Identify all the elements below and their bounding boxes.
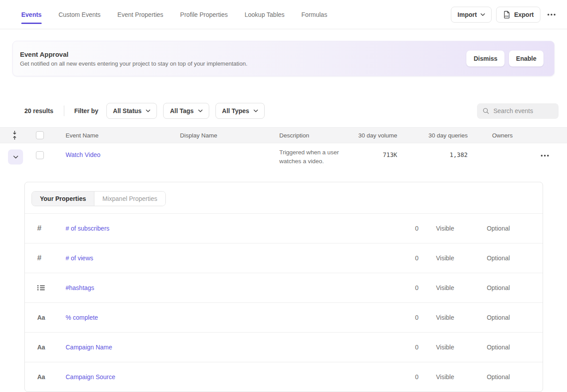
property-name-link[interactable]: # of views [66,255,383,262]
property-requirement: Optional [472,255,525,262]
property-queries: 0 [383,344,418,351]
event-name-link[interactable]: Watch Video [58,143,172,158]
column-header-owners[interactable]: Owners [470,132,532,139]
table-header: Event Name Display Name Description 30 d… [0,127,567,143]
column-header-30-day-queries[interactable]: 30 day queries [408,132,470,139]
properties-panel: Your Properties Mixpanel Properties # # … [24,182,543,392]
search-icon [482,107,489,114]
property-visibility: Visible [418,284,472,291]
export-button[interactable]: csv Export [496,7,540,23]
status-filter-dropdown[interactable]: All Status [106,103,157,119]
tab-lookup-tables[interactable]: Lookup Tables [245,9,285,20]
property-row: # # of views 0 Visible Optional [25,243,543,273]
banner-title: Event Approval [20,51,466,58]
property-visibility: Visible [418,373,472,380]
tab-mixpanel-properties[interactable]: Mixpanel Properties [94,192,165,206]
property-requirement: Optional [472,344,525,351]
property-visibility: Visible [418,344,472,351]
svg-text:csv: csv [504,14,508,17]
property-row: Aa Campaign Name 0 Visible Optional [25,332,543,362]
csv-file-icon: csv [503,11,511,19]
banner-subtitle: Get notified on all new events entering … [20,60,466,67]
property-row: Aa Campaign Source 0 Visible Optional [25,362,543,392]
properties-tabs: Your Properties Mixpanel Properties [25,182,543,213]
property-row: #hashtags 0 Visible Optional [25,273,543,302]
property-name-link[interactable]: % complete [66,314,383,321]
property-queries: 0 [383,314,418,321]
tab-events[interactable]: Events [21,9,42,20]
property-visibility: Visible [418,255,472,262]
nav-actions: Import csv Export [451,7,558,23]
event-display-name [172,143,271,151]
divider [64,106,64,116]
list-type-icon [37,285,45,291]
import-button[interactable]: Import [451,7,492,23]
column-header-event-name[interactable]: Event Name [58,132,172,139]
property-queries: 0 [383,284,418,291]
select-all-checkbox[interactable] [36,131,44,139]
table-row: Watch Video Triggered when a user watche… [0,143,567,176]
collapse-row-button[interactable] [8,149,23,165]
search-input[interactable] [493,107,551,114]
search-box [477,103,559,119]
text-type-icon: Aa [37,373,45,380]
results-count: 20 results [24,107,53,114]
text-type-icon: Aa [37,314,45,321]
tab-custom-events[interactable]: Custom Events [59,9,101,20]
export-button-label: Export [514,11,534,18]
chevron-down-icon [146,110,150,112]
property-requirement: Optional [472,314,525,321]
tab-your-properties[interactable]: Your Properties [32,192,94,206]
tags-filter-label: All Tags [170,107,193,114]
property-requirement: Optional [472,225,525,232]
top-nav: Events Custom Events Event Properties Pr… [0,0,567,29]
tab-event-properties[interactable]: Event Properties [117,9,164,20]
property-requirement: Optional [472,373,525,380]
property-row: Aa % complete 0 Visible Optional [25,302,543,332]
property-queries: 0 [383,255,418,262]
property-name-link[interactable]: Campaign Name [66,344,383,351]
banner-actions: Dismiss Enable [466,51,544,67]
property-name-link[interactable]: Campaign Source [66,373,383,380]
status-filter-label: All Status [113,107,142,114]
column-header-30-day-volume[interactable]: 30 day volume [350,132,408,139]
column-header-display-name[interactable]: Display Name [172,132,271,139]
types-filter-label: All Types [222,107,249,114]
tags-filter-dropdown[interactable]: All Tags [163,103,209,119]
filter-by-label: Filter by [74,107,98,114]
property-requirement: Optional [472,284,525,291]
event-approval-banner: Event Approval Get notified on all new e… [12,41,555,76]
nav-tabs: Events Custom Events Event Properties Pr… [21,9,451,20]
chevron-down-icon [254,110,258,112]
event-30-day-volume: 713K [350,143,408,158]
row-checkbox[interactable] [36,151,44,159]
number-type-icon: # [37,224,41,233]
types-filter-dropdown[interactable]: All Types [215,103,265,119]
filter-bar: 20 results Filter by All Status All Tags… [24,103,559,119]
event-description: Triggered when a user watches a video. [271,143,350,166]
text-type-icon: Aa [37,344,45,351]
number-type-icon: # [37,254,41,263]
banner-text: Event Approval Get notified on all new e… [20,51,466,67]
row-more-options-icon[interactable] [538,151,551,160]
tab-formulas[interactable]: Formulas [301,9,327,20]
event-30-day-queries: 1,382 [408,143,470,158]
property-name-link[interactable]: # of subscribers [66,225,383,232]
import-button-label: Import [458,11,477,18]
property-row: # # of subscribers 0 Visible Optional [25,213,543,243]
property-queries: 0 [383,225,418,232]
column-header-description[interactable]: Description [271,132,350,139]
enable-button[interactable]: Enable [509,51,544,67]
dismiss-button[interactable]: Dismiss [466,51,504,67]
tab-profile-properties[interactable]: Profile Properties [180,9,227,20]
collapse-all-icon[interactable] [12,130,18,140]
property-visibility: Visible [418,225,472,232]
chevron-down-icon [198,110,203,112]
event-owners [470,143,532,151]
chevron-down-icon [13,156,18,159]
property-queries: 0 [383,373,418,380]
chevron-down-icon [481,13,485,16]
property-visibility: Visible [418,314,472,321]
property-name-link[interactable]: #hashtags [66,284,383,291]
more-options-icon[interactable] [545,10,558,19]
